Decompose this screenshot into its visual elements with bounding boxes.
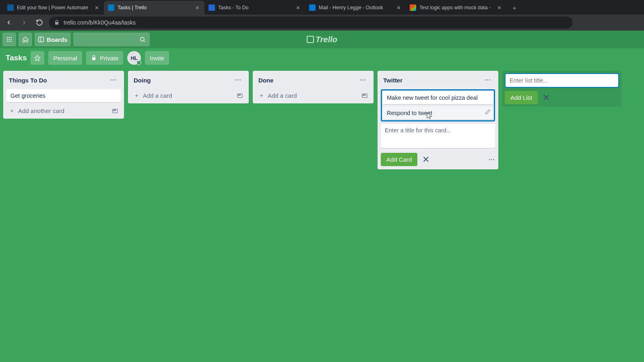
browser-tab[interactable]: Test logic apps with mock data - ✕ — [406, 1, 506, 14]
board-icon — [38, 36, 44, 43]
template-icon[interactable] — [237, 93, 243, 99]
visibility-label: Private — [100, 55, 119, 62]
apps-button[interactable] — [2, 33, 16, 46]
list-doing: Doing ··· ＋Add a card — [128, 71, 249, 103]
plus-icon: ＋ — [134, 92, 140, 99]
svg-rect-14 — [238, 95, 240, 95]
reload-button[interactable] — [34, 17, 45, 28]
favicon-icon — [410, 4, 416, 11]
add-list-button-label: Add List — [510, 94, 532, 101]
svg-point-6 — [7, 41, 8, 42]
avatar[interactable]: HL — [127, 51, 141, 65]
close-icon[interactable]: ✕ — [395, 4, 402, 11]
browser-tab[interactable]: Edit your flow | Power Automate ✕ — [3, 1, 104, 14]
add-card-button[interactable]: Add Card — [381, 153, 417, 166]
search-icon — [139, 36, 146, 43]
svg-rect-16 — [363, 95, 365, 95]
add-card-label: Add a card — [268, 92, 297, 99]
board-canvas[interactable]: Things To Do ··· Get groceries ＋Add anot… — [0, 68, 644, 362]
invite-button[interactable]: Invite — [145, 51, 169, 65]
template-icon[interactable] — [361, 93, 368, 99]
favicon-icon — [108, 4, 114, 11]
close-icon[interactable]: ✕ — [496, 4, 502, 11]
list-title[interactable]: Doing — [134, 77, 151, 84]
close-icon[interactable]: ✕ — [422, 155, 429, 164]
back-button[interactable] — [3, 17, 14, 28]
list-done: Done ··· ＋Add a card — [253, 71, 374, 103]
visibility-button[interactable]: Private — [86, 51, 124, 65]
browser-tab[interactable]: Tasks - To Do ✕ — [204, 1, 305, 14]
composer-placeholder: Enter a title for this card... — [385, 127, 451, 134]
list-title[interactable]: Twitter — [383, 77, 402, 84]
url-input[interactable]: trello.com/b/Kk0Qu4aa/tasks — [49, 16, 572, 29]
add-card-link[interactable]: ＋Add a card — [256, 89, 370, 100]
svg-point-10 — [140, 37, 144, 41]
list-title[interactable]: Done — [258, 77, 274, 84]
trello-logo[interactable]: Trello — [307, 35, 337, 44]
add-card-link[interactable]: ＋Add another card — [6, 105, 121, 115]
browser-tab-active[interactable]: Tasks | Trello ✕ — [104, 1, 204, 14]
tab-title: Mail - Henry Legge - Outlook — [319, 5, 392, 10]
add-list-composer: Add List ✕ — [502, 71, 621, 107]
board-title[interactable]: Tasks — [6, 53, 27, 62]
close-icon[interactable]: ✕ — [295, 4, 301, 11]
list-twitter: Twitter ··· Make new tweet for cool pizz… — [378, 71, 498, 169]
arrow-right-icon — [21, 19, 28, 26]
star-button[interactable] — [31, 51, 44, 65]
favicon-icon — [309, 4, 316, 11]
card[interactable]: Make new tweet for cool pizza deal — [383, 91, 493, 104]
card-composer-input[interactable]: Enter a title for this card... — [381, 124, 495, 148]
card[interactable]: Respond to tweet — [383, 107, 493, 119]
close-icon[interactable]: ✕ — [543, 93, 550, 102]
add-card-label: Add a card — [143, 92, 172, 99]
svg-point-5 — [10, 39, 12, 40]
list-things-to-do: Things To Do ··· Get groceries ＋Add anot… — [3, 71, 124, 119]
svg-point-0 — [7, 37, 8, 38]
close-icon[interactable]: ✕ — [194, 4, 200, 11]
home-icon — [22, 36, 29, 43]
add-list-button[interactable]: Add List — [505, 91, 538, 104]
search-input[interactable] — [73, 33, 150, 46]
brand-text: Trello — [316, 35, 337, 44]
add-card-label: Add another card — [18, 107, 64, 114]
svg-point-7 — [9, 41, 10, 42]
add-list-input[interactable] — [505, 73, 619, 88]
svg-point-1 — [9, 37, 10, 38]
invite-label: Invite — [150, 55, 164, 62]
boards-button[interactable]: Boards — [35, 33, 71, 46]
selected-cards-region: Make new tweet for cool pizza deal Respo… — [381, 89, 495, 121]
composer-menu-button[interactable]: ··· — [489, 156, 495, 163]
list-menu-button[interactable]: ··· — [483, 75, 493, 85]
home-button[interactable] — [19, 33, 32, 46]
add-card-button-label: Add Card — [386, 156, 412, 163]
plus-icon: ＋ — [258, 92, 264, 99]
list-title[interactable]: Things To Do — [9, 77, 47, 84]
tab-title: Test logic apps with mock data - — [419, 5, 493, 10]
pencil-icon[interactable] — [485, 109, 491, 115]
browser-tab-strip: Edit your flow | Power Automate ✕ Tasks … — [0, 0, 644, 14]
list-menu-button[interactable]: ··· — [233, 75, 243, 85]
lock-icon — [91, 55, 97, 61]
boards-label: Boards — [47, 36, 68, 43]
list-menu-button[interactable]: ··· — [109, 75, 118, 85]
trello-icon — [307, 36, 314, 43]
list-menu-button[interactable]: ··· — [358, 75, 368, 85]
tab-title: Tasks - To Do — [218, 5, 291, 10]
trello-board-page: Boards Trello Tasks Personal Private HL … — [0, 31, 644, 362]
board-header: Tasks Personal Private HL Invite — [0, 48, 644, 68]
template-icon[interactable] — [112, 108, 118, 114]
svg-point-8 — [10, 41, 12, 42]
svg-point-4 — [9, 39, 10, 40]
team-button[interactable]: Personal — [48, 51, 82, 65]
add-card-link[interactable]: ＋Add a card — [131, 89, 246, 100]
favicon-icon — [208, 4, 215, 11]
forward-button[interactable] — [19, 17, 30, 28]
new-tab-button[interactable]: ＋ — [509, 2, 520, 14]
browser-tab[interactable]: Mail - Henry Legge - Outlook ✕ — [305, 1, 406, 14]
card[interactable]: Get groceries — [6, 89, 121, 102]
card-title: Make new tweet for cool pizza deal — [387, 95, 478, 101]
url-text: trello.com/b/Kk0Qu4aa/tasks — [64, 19, 136, 26]
avatar-initials: HL — [131, 55, 138, 61]
reload-icon — [36, 19, 43, 26]
close-icon[interactable]: ✕ — [93, 4, 100, 11]
